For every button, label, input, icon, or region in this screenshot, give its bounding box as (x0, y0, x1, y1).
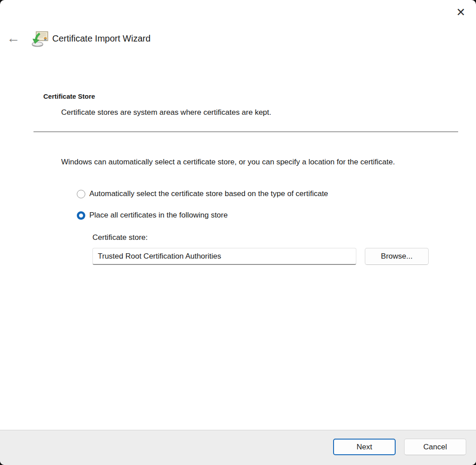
description-text: Windows can automatically select a certi… (61, 156, 441, 168)
window-title: Certificate Import Wizard (52, 34, 150, 44)
radio-unselected-icon (77, 190, 85, 198)
certificate-import-wizard-window: ✕ ← Certificate Import Wizard Certificat… (0, 0, 476, 465)
cancel-button[interactable]: Cancel (404, 439, 466, 455)
radio-automatic-store-label: Automatically select the certificate sto… (89, 189, 328, 198)
header-divider (33, 131, 458, 132)
cancel-button-label: Cancel (423, 443, 447, 452)
close-button[interactable]: ✕ (452, 4, 470, 21)
next-button[interactable]: Next (333, 439, 396, 455)
browse-button[interactable]: Browse... (365, 248, 429, 265)
certificate-store-label: Certificate store: (92, 233, 148, 242)
back-button[interactable]: ← (6, 30, 21, 46)
next-button-label: Next (357, 443, 372, 452)
page-subheading: Certificate stores are system areas wher… (61, 108, 271, 117)
certificate-import-icon (31, 30, 49, 47)
radio-place-in-store[interactable]: Place all certificates in the following … (77, 211, 228, 220)
radio-place-in-store-label: Place all certificates in the following … (89, 211, 228, 220)
certificate-store-input[interactable] (92, 248, 356, 265)
screen: ✕ ← Certificate Import Wizard Certificat… (0, 0, 476, 465)
radio-selected-icon (77, 211, 85, 220)
radio-automatic-store[interactable]: Automatically select the certificate sto… (77, 189, 328, 198)
back-arrow-icon: ← (7, 30, 20, 46)
close-icon: ✕ (456, 6, 466, 19)
browse-button-label: Browse... (381, 252, 413, 261)
page-heading: Certificate Store (43, 92, 95, 100)
